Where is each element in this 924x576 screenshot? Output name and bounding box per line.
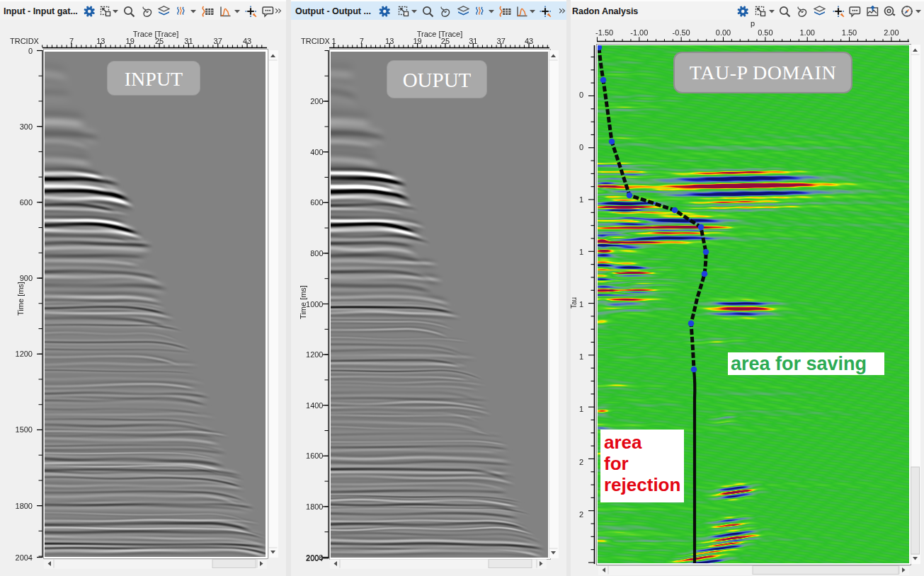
svg-text:1: 1 [579, 405, 583, 413]
svg-text:2: 2 [579, 458, 583, 466]
svg-text:2004: 2004 [306, 554, 323, 563]
svg-text:2004: 2004 [16, 553, 33, 562]
svg-text:400: 400 [310, 148, 323, 156]
svg-text:1400: 1400 [306, 401, 323, 410]
svg-text:p: p [751, 19, 755, 28]
svg-text:1.00: 1.00 [799, 28, 814, 37]
svg-text:1: 1 [579, 352, 583, 361]
svg-text:TRCIDX: TRCIDX [10, 37, 40, 45]
svg-text:Trace [Trace]: Trace [Trace] [417, 30, 463, 38]
svg-text:-1.00: -1.00 [630, 28, 648, 37]
svg-text:200: 200 [310, 97, 323, 105]
svg-text:600: 600 [20, 198, 33, 207]
svg-text:Time [ms]: Time [ms] [16, 282, 25, 316]
svg-text:0.00: 0.00 [716, 28, 731, 37]
svg-text:Time [ms]: Time [ms] [299, 285, 307, 319]
svg-text:1: 1 [579, 195, 583, 204]
svg-text:1500: 1500 [16, 425, 33, 434]
svg-text:25: 25 [441, 37, 450, 45]
svg-text:1600: 1600 [306, 451, 323, 460]
svg-text:1000: 1000 [306, 300, 323, 309]
svg-text:7: 7 [360, 37, 364, 45]
svg-text:7: 7 [69, 37, 74, 45]
svg-text:37: 37 [214, 37, 222, 45]
svg-text:1: 1 [579, 300, 583, 309]
svg-text:1.50: 1.50 [842, 28, 857, 37]
svg-text:1: 1 [331, 37, 336, 45]
svg-text:0: 0 [579, 143, 583, 151]
svg-text:31: 31 [469, 37, 477, 45]
svg-text:Tau: Tau [570, 297, 578, 309]
svg-text:0: 0 [579, 91, 583, 99]
svg-text:43: 43 [243, 37, 251, 45]
svg-text:300: 300 [20, 122, 33, 131]
svg-text:13: 13 [385, 37, 394, 45]
svg-text:43: 43 [525, 37, 533, 45]
svg-text:0: 0 [28, 47, 33, 55]
svg-text:1: 1 [579, 248, 583, 256]
svg-text:800: 800 [310, 249, 323, 258]
svg-text:19: 19 [126, 37, 135, 45]
svg-text:25: 25 [155, 37, 164, 45]
svg-text:1800: 1800 [306, 502, 323, 511]
svg-text:-1.50: -1.50 [595, 28, 613, 37]
svg-text:19: 19 [413, 37, 421, 45]
svg-text:600: 600 [310, 198, 323, 207]
svg-text:TRCIDX: TRCIDX [301, 37, 331, 45]
svg-text:31: 31 [184, 37, 193, 45]
svg-text:900: 900 [20, 274, 33, 282]
svg-text:1200: 1200 [16, 350, 33, 358]
svg-text:0.50: 0.50 [758, 28, 772, 37]
svg-text:37: 37 [497, 37, 506, 45]
svg-text:1200: 1200 [306, 350, 323, 359]
svg-text:2.00: 2.00 [884, 28, 899, 37]
svg-text:13: 13 [96, 37, 105, 45]
svg-text:1800: 1800 [16, 502, 33, 510]
svg-text:-0.50: -0.50 [673, 28, 690, 37]
svg-text:2: 2 [579, 510, 583, 519]
